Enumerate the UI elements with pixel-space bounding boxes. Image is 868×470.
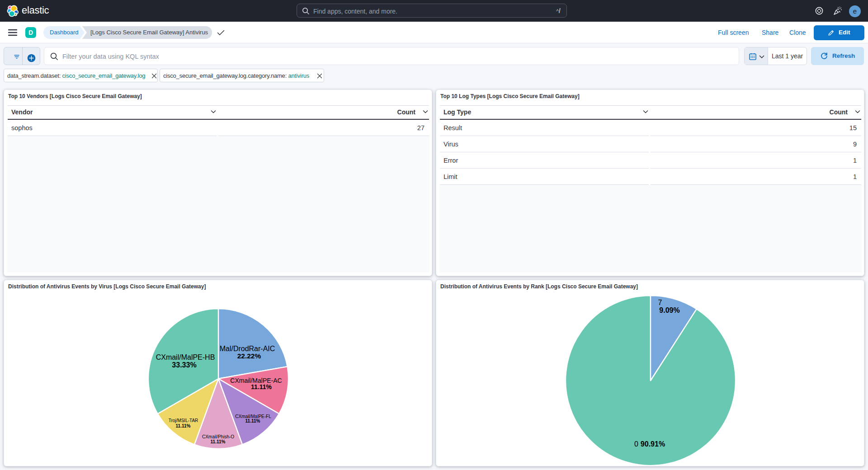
svg-text:90.91%: 90.91% — [641, 440, 665, 448]
svg-text:Mal/DrodRar-AIC: Mal/DrodRar-AIC — [220, 345, 275, 352]
svg-text:0: 0 — [634, 440, 638, 448]
svg-text:CXmail/MalPE-FL: CXmail/MalPE-FL — [235, 414, 271, 419]
svg-text:11.11%: 11.11% — [211, 439, 226, 444]
svg-text:CXmail/MalPE-HB: CXmail/MalPE-HB — [156, 353, 215, 361]
svg-text:33.33%: 33.33% — [172, 361, 196, 369]
svg-text:7: 7 — [658, 299, 662, 306]
svg-text:22.22%: 22.22% — [237, 352, 261, 360]
svg-text:11.11%: 11.11% — [245, 418, 260, 423]
svg-text:11.11%: 11.11% — [176, 423, 191, 428]
svg-text:Troj/MSIL-TAR: Troj/MSIL-TAR — [169, 418, 198, 423]
svg-text:11.11%: 11.11% — [251, 383, 272, 390]
svg-text:9.09%: 9.09% — [659, 306, 679, 314]
svg-text:CXmail/Phish-O: CXmail/Phish-O — [202, 434, 234, 439]
